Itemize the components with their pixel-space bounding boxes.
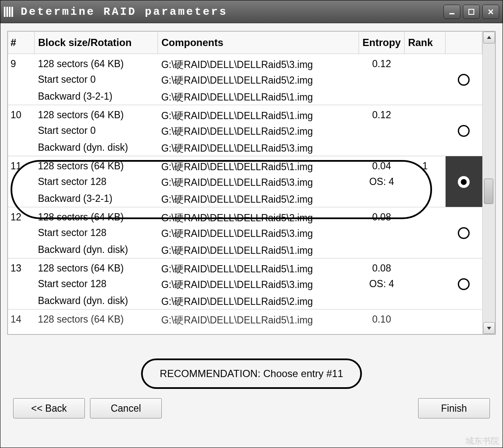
table-row[interactable]: 11128 sectors (64 KB)G:\硬RAID\DELL\DELLR… [8,156,482,175]
col-header-rank[interactable]: Rank [405,32,446,54]
cell-num [8,89,35,105]
select-radio[interactable] [458,125,470,137]
titlebar[interactable]: Determine RAID parameters [0,0,503,23]
cell-rank: 1 [405,156,446,175]
table-row[interactable]: 12128 sectors (64 KB)G:\硬RAID\DELL\DELLR… [8,207,482,226]
col-header-entropy[interactable]: Entropy [359,32,405,54]
cell-component: G:\硬RAID\DELL\DELLRaid5\2.img [158,72,359,89]
table-row[interactable]: Start sector 128G:\硬RAID\DELL\DELLRaid5\… [8,277,482,293]
cell-component: G:\硬RAID\DELL\DELLRaid5\2.img [158,191,359,207]
cell-block: 128 sectors (64 KB) [35,310,158,327]
cell-radio [446,174,482,191]
cell-block: 128 sectors (64 KB) [35,207,158,226]
cell-radio [446,258,482,277]
table-row[interactable]: Backward (dyn. disk)G:\硬RAID\DELL\DELLRa… [8,140,482,156]
cell-num: 9 [8,54,35,73]
table-row[interactable]: 13128 sectors (64 KB)G:\硬RAID\DELL\DELLR… [8,258,482,277]
dialog-window: Determine RAID parameters # Block size/R… [0,0,503,448]
chevron-down-icon [487,326,492,331]
results-table: # Block size/Rotation Components Entropy… [8,32,482,327]
minimize-icon [449,8,455,15]
cell-radio [446,207,482,226]
scroll-track[interactable] [483,43,495,322]
table-row[interactable]: Backward (3-2-1)G:\硬RAID\DELL\DELLRaid5\… [8,191,482,207]
cell-radio [446,156,482,175]
cell-component: G:\硬RAID\DELL\DELLRaid5\3.img [158,174,359,191]
cell-num [8,293,35,310]
back-button[interactable]: << Back [13,398,85,418]
cell-radio [446,140,482,156]
cell-entropy [359,293,405,310]
cell-entropy: 0.12 [359,54,405,73]
table-row[interactable]: Backward (dyn. disk)G:\硬RAID\DELL\DELLRa… [8,242,482,258]
table-row[interactable]: Backward (3-2-1)G:\硬RAID\DELL\DELLRaid5\… [8,89,482,105]
table-row[interactable]: Backward (dyn. disk)G:\硬RAID\DELL\DELLRa… [8,293,482,310]
cell-num [8,72,35,89]
cell-entropy [359,123,405,140]
select-radio[interactable] [458,278,470,290]
col-header-block[interactable]: Block size/Rotation [35,32,158,54]
cell-radio [446,54,482,73]
cell-block: Start sector 128 [35,277,158,293]
close-button[interactable] [482,5,499,19]
cell-entropy [359,140,405,156]
cell-rank [405,277,446,293]
table-row[interactable]: Start sector 128G:\硬RAID\DELL\DELLRaid5\… [8,225,482,242]
maximize-button[interactable] [463,5,480,19]
cell-block: Backward (dyn. disk) [35,242,158,258]
watermark: 城东书院 [465,435,499,447]
table-row[interactable]: Start sector 128G:\硬RAID\DELL\DELLRaid5\… [8,174,482,191]
cell-radio [446,225,482,242]
col-header-num[interactable]: # [8,32,35,54]
cell-rank [405,258,446,277]
table-row[interactable]: 9128 sectors (64 KB)G:\硬RAID\DELL\DELLRa… [8,54,482,73]
minimize-button[interactable] [443,5,460,19]
cell-rank [405,191,446,207]
cell-rank [405,89,446,105]
select-radio[interactable] [458,74,470,86]
cell-radio [446,72,482,89]
cell-num [8,225,35,242]
cell-num: 12 [8,207,35,226]
select-radio[interactable] [458,176,470,188]
dialog-content: # Block size/Rotation Components Entropy… [0,23,503,448]
table-row[interactable]: 14128 sectors (64 KB)G:\硬RAID\DELL\DELLR… [8,310,482,327]
finish-button[interactable]: Finish [418,398,490,418]
table-row[interactable]: Start sector 0G:\硬RAID\DELL\DELLRaid5\2.… [8,72,482,89]
cell-component: G:\硬RAID\DELL\DELLRaid5\3.img [158,140,359,156]
table-row[interactable]: 10128 sectors (64 KB)G:\硬RAID\DELL\DELLR… [8,105,482,124]
scroll-up-button[interactable] [483,32,495,43]
scroll-thumb[interactable] [484,179,493,204]
cell-component: G:\硬RAID\DELL\DELLRaid5\1.img [158,105,359,124]
cell-rank [405,207,446,226]
cell-rank [405,105,446,124]
cell-radio [446,277,482,293]
cell-radio [446,242,482,258]
cell-component: G:\硬RAID\DELL\DELLRaid5\1.img [158,242,359,258]
scroll-down-button[interactable] [483,322,495,334]
cell-block: Start sector 0 [35,72,158,89]
cell-num [8,140,35,156]
cell-block: 128 sectors (64 KB) [35,54,158,73]
cell-entropy [359,191,405,207]
maximize-icon [468,8,475,15]
vertical-scrollbar[interactable] [482,32,495,334]
app-icon [4,5,16,18]
cell-component: G:\硬RAID\DELL\DELLRaid5\1.img [158,156,359,175]
cell-block: Backward (dyn. disk) [35,140,158,156]
cell-num [8,242,35,258]
cell-block: Start sector 128 [35,174,158,191]
table-row[interactable]: Start sector 0G:\硬RAID\DELL\DELLRaid5\2.… [8,123,482,140]
col-header-components[interactable]: Components [158,32,359,54]
cell-block: 128 sectors (64 KB) [35,258,158,277]
cancel-button[interactable]: Cancel [90,398,162,418]
cell-entropy [359,225,405,242]
cell-entropy: 0.08 [359,207,405,226]
cell-entropy: 0.04 [359,156,405,175]
cell-block: Backward (3-2-1) [35,191,158,207]
cell-rank [405,242,446,258]
cell-component: G:\硬RAID\DELL\DELLRaid5\3.img [158,54,359,73]
cell-entropy: 0.10 [359,310,405,327]
cell-entropy [359,72,405,89]
select-radio[interactable] [458,227,470,239]
